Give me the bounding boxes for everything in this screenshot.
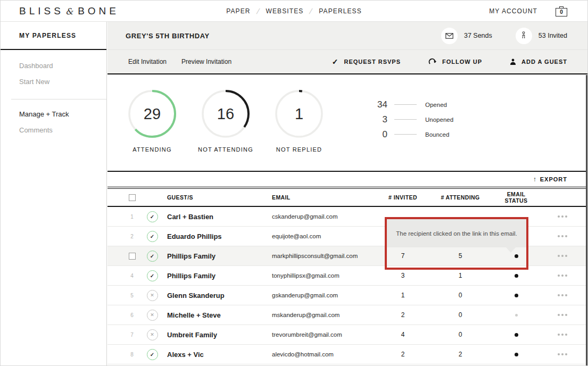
- table-row[interactable]: ✓Phillips Familymarkphillipsconsult@gmai…: [107, 246, 588, 266]
- attending-count: 5: [424, 252, 496, 260]
- row-menu-cell: [536, 353, 588, 355]
- up-arrow-icon: ↑: [533, 176, 537, 183]
- row-options-menu[interactable]: [558, 274, 567, 277]
- sidebar-item-dashboard[interactable]: Dashboard: [1, 57, 106, 73]
- nav-item-paperless[interactable]: PAPERLESS: [319, 7, 361, 15]
- add-guest-person-icon: [510, 59, 516, 65]
- menu-dot: [558, 274, 560, 277]
- sidebar-item-comments[interactable]: Comments: [1, 122, 106, 138]
- invited-count: 1: [382, 292, 424, 299]
- rsvp-icon-cell: ✓: [143, 349, 162, 360]
- sends-stat: 37 Sends: [441, 28, 492, 44]
- header-invited[interactable]: # INVITED: [382, 194, 424, 201]
- action-bar-right: ✓ REQUEST RSVPS FOLLOW UP ADD A GUEST: [332, 57, 567, 66]
- table-row[interactable]: 6✕Michelle + Stevemskanderup@gmail.com20: [107, 305, 588, 325]
- table-row[interactable]: 5✕Glenn Skanderupgskanderup@gmail.com10: [107, 286, 588, 305]
- table-row[interactable]: 7✕Umbreit Familytrevorumbreit@gmail.com4…: [107, 325, 588, 345]
- row-number: 1: [130, 214, 134, 220]
- redo-arrow-icon: [428, 58, 437, 65]
- menu-dot: [565, 215, 567, 218]
- rsvp-icon-cell: ✓: [143, 211, 162, 222]
- menu-dot: [561, 353, 564, 355]
- invited-count: 2: [382, 351, 424, 358]
- header-attending[interactable]: # ATTENDING: [424, 194, 496, 201]
- guest-name: Phillips Family: [162, 272, 267, 280]
- preview-invitation-link[interactable]: Preview Invitation: [181, 58, 231, 65]
- nav-item-paper[interactable]: PAPER: [226, 7, 250, 15]
- guest-name: Michelle + Steve: [162, 311, 267, 319]
- email-stat-label: Unopened: [425, 117, 453, 123]
- rsvp-icon-cell: ✓: [143, 270, 162, 281]
- rsvp-icon-cell: ✓: [143, 251, 162, 262]
- menu-dot: [558, 334, 560, 336]
- nav-item-websites[interactable]: WEBSITES: [266, 7, 304, 15]
- table-row[interactable]: 2✓Eduardo Phillipsequijote@aol.com: [107, 227, 588, 246]
- email-stat-value: 34: [366, 99, 387, 110]
- row-options-menu[interactable]: [558, 235, 567, 237]
- header-email[interactable]: EMAIL: [267, 194, 382, 201]
- rsvp-no-icon: ✕: [147, 329, 158, 340]
- attending-count: 2: [424, 351, 496, 358]
- export-bar: ↑ EXPORT: [107, 172, 588, 187]
- rsvp-no-icon: ✕: [147, 310, 158, 321]
- guest-email: markphillipsconsult@gmail.com: [267, 253, 382, 259]
- menu-dot: [558, 294, 560, 296]
- table-row[interactable]: 8✓Alexs + Vicalevicdo@hotmail.com22: [107, 345, 588, 364]
- guest-table-header: GUEST/S EMAIL # INVITED # ATTENDING EMAI…: [107, 188, 588, 207]
- edit-invitation-link[interactable]: Edit Invitation: [128, 58, 167, 65]
- attending-count: 0: [424, 331, 496, 338]
- export-button[interactable]: ↑ EXPORT: [533, 176, 567, 183]
- menu-dot: [565, 314, 567, 316]
- invited-count: 2: [382, 311, 424, 319]
- select-all-checkbox[interactable]: [129, 194, 136, 201]
- circle-label: ATTENDING: [132, 146, 172, 153]
- table-row[interactable]: 4✓Phillips Familytonyphillipsx@gmail.com…: [107, 266, 588, 286]
- row-select-cell: [121, 253, 143, 260]
- email-status-cell: [496, 294, 536, 297]
- row-checkbox[interactable]: [129, 253, 136, 260]
- table-row[interactable]: 1✓Carl + Bastiencskanderup@gmail.com: [107, 207, 588, 227]
- sidebar-item-start-new[interactable]: Start New: [1, 73, 106, 89]
- guest-email: alevicdo@hotmail.com: [267, 351, 382, 357]
- rsvp-circle-not-attending: 16NOT ATTENDING: [200, 88, 251, 153]
- event-header-bar: GREY'S 5TH BIRTHDAY 37 Sends 53 Invited: [107, 22, 588, 50]
- row-options-menu[interactable]: [558, 294, 567, 296]
- attending-count: 1: [424, 272, 496, 279]
- nav-separator: /: [255, 7, 261, 15]
- invited-count: 4: [382, 331, 424, 338]
- row-number: 7: [130, 332, 134, 338]
- email-status-dot: [515, 274, 518, 278]
- header-email-status[interactable]: EMAIL STATUS: [496, 191, 536, 204]
- menu-dot: [565, 255, 567, 257]
- row-options-menu[interactable]: [558, 314, 567, 316]
- guest-name: Phillips Family: [162, 252, 267, 260]
- attending-count: 0: [424, 311, 496, 319]
- email-status-dot: [515, 353, 518, 356]
- menu-dot: [565, 334, 567, 336]
- request-rsvps-button[interactable]: ✓ REQUEST RSVPS: [332, 57, 401, 66]
- cart-count-badge: 0: [556, 8, 567, 16]
- row-number: 5: [130, 293, 134, 298]
- sidebar-item-manage-track[interactable]: Manage + Track: [1, 106, 106, 122]
- check-icon: ✓: [332, 57, 339, 66]
- menu-dot: [565, 235, 567, 237]
- stat-connector-line: [394, 119, 417, 120]
- add-a-guest-button[interactable]: ADD A GUEST: [510, 59, 567, 65]
- email-status-cell: [496, 333, 536, 337]
- row-options-menu[interactable]: [558, 215, 567, 218]
- row-options-menu[interactable]: [558, 353, 567, 355]
- row-options-menu[interactable]: [558, 334, 567, 336]
- rsvp-icon-cell: ✕: [143, 310, 162, 321]
- cart-icon[interactable]: 0: [556, 6, 567, 16]
- my-account-link[interactable]: MY ACCOUNT: [489, 7, 537, 15]
- circle-value: 29: [127, 88, 178, 139]
- header-guests[interactable]: GUEST/S: [162, 194, 267, 201]
- menu-dot: [565, 274, 567, 277]
- rsvp-yes-icon: ✓: [147, 231, 158, 242]
- follow-up-button[interactable]: FOLLOW UP: [428, 58, 482, 65]
- email-stat-opened: 34Opened: [366, 99, 453, 110]
- guest-name: Carl + Bastien: [162, 213, 267, 221]
- guest-email: gskanderup@gmail.com: [267, 292, 382, 298]
- vertical-scrollbar[interactable]: [586, 75, 587, 366]
- row-options-menu[interactable]: [558, 255, 567, 257]
